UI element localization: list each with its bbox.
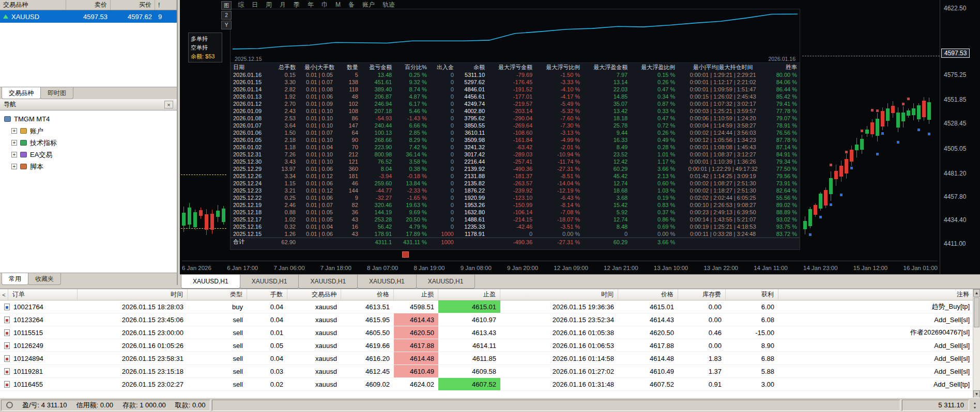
stats-cell: 223.90 (361, 144, 394, 151)
toolbar-item-巾[interactable]: 巾 (321, 1, 328, 9)
order-row[interactable]: 101232642026.01.15 23:45:06sell0.04xauus… (0, 313, 980, 326)
status-deposit: 存款: 1 000.00 (122, 401, 166, 410)
column-symbol[interactable]: 交易品种 (0, 0, 66, 10)
orders-header-cell[interactable]: 类型 (188, 289, 247, 300)
stats-cell: 1.02 (271, 216, 298, 223)
expand-icon[interactable]: + (11, 140, 17, 146)
orders-header-cell[interactable]: 获利 (726, 289, 778, 300)
toolbar-item-周[interactable]: 周 (266, 1, 272, 9)
stats-cell: 1.18 (271, 144, 298, 151)
order-row[interactable]: 101248942026.01.15 23:58:31sell0.04xauus… (0, 352, 980, 365)
toolbar-item-月[interactable]: 月 (280, 1, 286, 9)
orders-header-cell[interactable]: 价格 (618, 289, 678, 300)
corner-button-Y[interactable]: Y (221, 21, 232, 29)
stats-cell: 1235.33 (456, 223, 487, 230)
expand-icon[interactable]: + (11, 164, 17, 169)
stats-cell: 2025.12.15 (231, 230, 271, 237)
chart-tab-4[interactable]: XAUUSD,H1 (416, 275, 476, 289)
time-axis[interactable]: 6 Jan 20266 Jan 17:007 Jan 06:007 Jan 18… (182, 261, 938, 274)
scrollbar-thumb[interactable] (974, 297, 979, 327)
order-order-type-cell: sell (188, 378, 247, 390)
tab-common[interactable]: 常用 (2, 273, 28, 285)
tab-tick-chart[interactable]: 即时图 (40, 87, 73, 99)
orders-header-cell[interactable]: 注释 (778, 289, 980, 300)
orders-header-cell[interactable]: 时间 (78, 289, 188, 300)
order-row[interactable]: 101164552026.01.15 23:02:27sell0.02xauus… (0, 378, 980, 391)
toolbar-item-季[interactable]: 季 (294, 1, 300, 9)
stats-cell: 4.87 % (394, 93, 429, 100)
toolbar-item-综[interactable]: 综 (238, 1, 244, 9)
order-lots-cell: 0.04 (247, 352, 287, 365)
orders-header-cell[interactable]: 库存费 (678, 289, 726, 300)
expand-icon[interactable]: + (11, 152, 17, 157)
toolbar-item-M[interactable]: M (335, 1, 341, 8)
toolbar-item-日[interactable]: 日 (252, 1, 258, 9)
order-symbol-cell: xauusd (287, 352, 341, 365)
stats-row: 2026.01.122.700.01 | 0.09102246.946.17 %… (231, 100, 800, 107)
orders-header-cell[interactable]: 价格 (341, 289, 394, 300)
corner-button-2[interactable]: 2 (221, 11, 232, 20)
order-row[interactable]: 100217642026.01.15 18:28:03buy0.04xauusd… (0, 300, 980, 313)
order-row[interactable]: 101192812026.01.15 23:15:18sell0.03xauus… (0, 365, 980, 378)
order-take-profit-cell: 4609.58 (438, 365, 500, 377)
tree-item-scripts[interactable]: +脚本 (0, 161, 177, 172)
column-spread[interactable]: ! (155, 0, 177, 10)
time-label: 15 Jan 12:00 (853, 265, 888, 271)
stats-cell: 100.13 (361, 129, 394, 136)
orders-header-cell[interactable]: 止损 (394, 289, 438, 300)
chart-tab-2[interactable]: XAUUSD,H1 (298, 275, 358, 289)
orders-header-cell[interactable]: 订单 (8, 289, 78, 300)
order-swap-cell: 1.37 (678, 365, 726, 377)
candle-body (891, 106, 895, 113)
stats-cell: 78.91 % (768, 122, 800, 129)
order-row[interactable]: 101262492026.01.16 01:05:26sell0.05xauus… (0, 339, 980, 352)
candle-body (839, 166, 843, 177)
status-summary: 盈/亏: 4 311.10 信用额: 0.00 存款: 1 000.00 取款:… (1, 400, 210, 411)
column-bid[interactable]: 卖价 (66, 0, 111, 10)
status-icon (6, 402, 13, 408)
price-scale[interactable]: 4597.53 4622.504575.254551.854528.454505… (940, 0, 980, 274)
tree-item-accounts[interactable]: +账户 (0, 125, 177, 137)
orders-header-cell[interactable]: 止盈 (438, 289, 500, 300)
navigator-titlebar: 导航 × (0, 99, 177, 110)
corner-button-图[interactable]: 图 (221, 1, 232, 10)
symbol-row-xauusd[interactable]: XAUUSD 4597.53 4597.62 9 (0, 10, 177, 23)
tab-symbols[interactable]: 交易品种 (2, 87, 41, 99)
stats-cell: 5 (341, 71, 361, 78)
order-stop-loss-cell: 4620.50 (394, 326, 438, 339)
chart-tab-3[interactable]: XAUUSD,H1 (357, 275, 417, 289)
chart-tab-1[interactable]: XAUUSD,H1 (240, 275, 299, 289)
stats-cell: 1.17 % (630, 158, 678, 165)
scroll-down-icon[interactable]: ▼ (973, 390, 980, 398)
tree-item-tmgm-mt4[interactable]: TMGM MT4 (0, 113, 177, 125)
terminal-scrollbar[interactable]: ▲ ▼ (973, 289, 980, 398)
toolbar-item-账户[interactable]: 账户 (362, 1, 375, 9)
toolbar-item-备[interactable]: 备 (348, 1, 355, 9)
stats-cell: 79.56 % (768, 172, 800, 180)
stats-cell: 2.13 % (630, 172, 678, 180)
toolbar-item-轨迹[interactable]: 轨迹 (382, 1, 395, 9)
stats-cell: 102 (341, 100, 361, 107)
expand-icon[interactable]: + (11, 128, 17, 134)
toolbar-item-年[interactable]: 年 (308, 1, 314, 9)
candle-body (193, 212, 197, 227)
tree-item-expert-advisors[interactable]: +EA交易 (0, 149, 177, 161)
orders-header-cell[interactable]: 交易品种 (287, 289, 341, 300)
column-ask[interactable]: 买价 (111, 0, 155, 10)
chart-area[interactable]: 综日周月季年巾M备账户轨迹 图2Y 多单持 空单持 余额: $53 2025.1… (180, 0, 980, 289)
orders-header-cell[interactable]: 手数 (247, 289, 287, 300)
tab-favorites[interactable]: 收藏夹 (28, 273, 61, 285)
order-profit-cell: 6.88 (726, 352, 778, 365)
close-icon[interactable]: × (164, 101, 173, 108)
chart-tab-0[interactable]: XAUUSD,H1 (181, 275, 240, 289)
stats-cell: 212 (341, 151, 361, 158)
orders-header-cell[interactable]: 时间 (500, 289, 618, 300)
stats-cell: 1488.61 (456, 216, 487, 223)
tree-item-indicators[interactable]: +技术指标 (0, 137, 177, 149)
scroll-up-icon[interactable]: ▲ (973, 289, 980, 297)
scroll-arrows[interactable]: ▲▼ (971, 401, 979, 410)
stats-cell: -219.57 (487, 100, 535, 107)
order-row[interactable]: 101155152026.01.15 23:00:00sell0.01xauus… (0, 326, 980, 339)
stats-cell: -106.14 (487, 209, 535, 216)
collapse-terminal-button[interactable]: < (0, 289, 8, 300)
